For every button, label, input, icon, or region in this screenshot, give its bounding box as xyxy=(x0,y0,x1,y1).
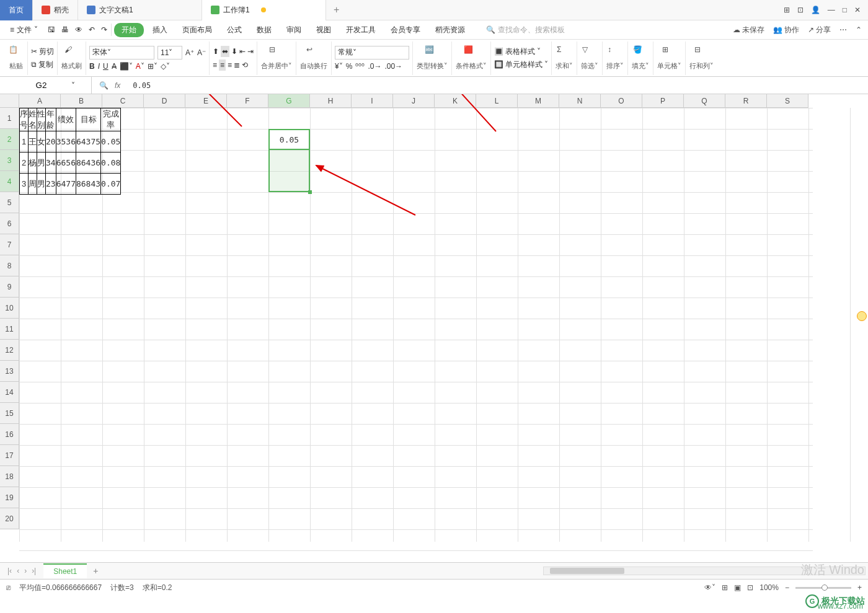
table-style-button[interactable]: 🔳 表格样式˅ xyxy=(494,46,548,57)
tab-add-button[interactable]: + xyxy=(326,4,347,15)
menu-insert[interactable]: 插入 xyxy=(146,22,174,38)
data-cell[interactable]: 3 xyxy=(20,174,29,195)
col-header-J[interactable]: J xyxy=(393,94,435,108)
cut-button[interactable]: ✂ 剪切 xyxy=(31,46,54,57)
more-icon[interactable]: ⋯ xyxy=(839,25,847,34)
col-header-A[interactable]: A xyxy=(19,94,61,108)
header-cell[interactable]: 姓名 xyxy=(29,108,37,131)
merge-center[interactable]: ⊟ 合并居中˅ xyxy=(257,42,296,75)
type-convert[interactable]: 🔤 类型转换˅ xyxy=(413,42,452,75)
row-header-17[interactable]: 17 xyxy=(0,445,19,466)
fill-color-button[interactable]: ⬛˅ xyxy=(120,62,133,71)
row-header-8[interactable]: 8 xyxy=(0,255,19,276)
fill-button[interactable]: 🪣填充˅ xyxy=(628,42,653,75)
paste-group[interactable]: 📋 粘贴 xyxy=(5,42,28,75)
col-header-N[interactable]: N xyxy=(559,94,601,108)
data-cell[interactable]: 0.08 xyxy=(101,152,121,174)
header-cell[interactable]: 序号 xyxy=(20,108,29,131)
format-painter[interactable]: 🖌 格式刷 xyxy=(58,42,86,75)
decrease-font-icon[interactable]: A⁻ xyxy=(197,48,206,57)
menu-daoke-res[interactable]: 稻壳资源 xyxy=(429,22,471,38)
fill-handle[interactable] xyxy=(308,190,312,194)
menu-formula[interactable]: 公式 xyxy=(221,22,248,38)
undo-icon[interactable]: ↶ xyxy=(89,25,95,34)
align-top-icon[interactable]: ⬆ xyxy=(213,47,219,56)
apps-icon[interactable]: ⊡ xyxy=(797,6,804,14)
zoom-in-button[interactable]: + xyxy=(857,583,862,592)
row-header-20[interactable]: 20 xyxy=(0,508,19,529)
col-header-R[interactable]: R xyxy=(725,94,767,108)
row-header-1[interactable]: 1 xyxy=(0,108,19,129)
sum-button[interactable]: Σ求和˅ xyxy=(552,42,577,75)
row-header-13[interactable]: 13 xyxy=(0,361,19,382)
number-format-selector[interactable]: 常规 ˅ xyxy=(335,46,409,60)
data-cell[interactable]: 杨 xyxy=(29,152,37,174)
header-cell[interactable]: 性别 xyxy=(37,108,46,131)
align-center-icon[interactable]: ≡ xyxy=(219,60,226,71)
row-header-7[interactable]: 7 xyxy=(0,234,19,255)
col-header-I[interactable]: I xyxy=(352,94,393,108)
menu-view[interactable]: 视图 xyxy=(310,22,337,38)
comma-icon[interactable]: ⁰⁰⁰ xyxy=(355,62,365,71)
menu-dev[interactable]: 开发工具 xyxy=(340,22,382,38)
tab-daoke[interactable]: 稻壳 xyxy=(33,0,78,20)
tab-doc1[interactable]: 文字文稿1 xyxy=(78,0,202,20)
row-header-11[interactable]: 11 xyxy=(0,319,19,340)
col-header-O[interactable]: O xyxy=(601,94,642,108)
col-header-M[interactable]: M xyxy=(518,94,559,108)
row-header-16[interactable]: 16 xyxy=(0,424,19,445)
row-header-18[interactable]: 18 xyxy=(0,466,19,487)
col-header-Q[interactable]: Q xyxy=(684,94,725,108)
align-bottom-icon[interactable]: ⬇ xyxy=(231,47,237,56)
close-button[interactable]: ✕ xyxy=(854,6,861,14)
row-header-3[interactable]: 3 xyxy=(0,150,19,171)
font-selector[interactable]: 宋体 ˅ xyxy=(89,46,154,60)
collapse-ribbon-icon[interactable]: ⌃ xyxy=(856,25,862,34)
data-cell[interactable]: 64375 xyxy=(76,131,100,152)
cell-style-button[interactable]: 🔲 单元格样式˅ xyxy=(494,60,548,70)
collaborate-button[interactable]: 👥 协作 xyxy=(773,25,799,35)
data-cell[interactable]: 0.05 xyxy=(101,131,121,152)
pagebreak-view-icon[interactable]: ⊡ xyxy=(747,583,753,592)
data-cell[interactable]: 1 xyxy=(20,131,29,152)
underline-button[interactable]: U xyxy=(103,62,108,71)
currency-icon[interactable]: ¥˅ xyxy=(335,62,343,71)
conditional-format[interactable]: 🟥 条件格式˅ xyxy=(452,42,491,75)
row-header-5[interactable]: 5 xyxy=(0,192,19,213)
data-cell[interactable]: 2 xyxy=(20,152,29,174)
col-header-F[interactable]: F xyxy=(227,94,268,108)
save-icon[interactable]: 🖫 xyxy=(48,25,55,34)
header-cell[interactable]: 完成率 xyxy=(101,108,121,131)
percent-icon[interactable]: % xyxy=(346,62,353,71)
increase-decimal-icon[interactable]: .0→ xyxy=(368,62,381,71)
align-middle-icon[interactable]: ⬌ xyxy=(221,46,229,57)
align-left-icon[interactable]: ≡ xyxy=(213,61,217,69)
tab-workbook1[interactable]: 工作簿1 xyxy=(202,0,326,20)
zoom-out-button[interactable]: − xyxy=(785,583,789,592)
minimize-button[interactable]: — xyxy=(828,6,835,14)
col-header-S[interactable]: S xyxy=(767,94,808,108)
data-cell[interactable]: 86436 xyxy=(76,152,100,174)
data-cell[interactable]: 3536 xyxy=(56,131,76,152)
decrease-decimal-icon[interactable]: .00→ xyxy=(384,62,402,71)
normal-view-icon[interactable]: ⊞ xyxy=(722,583,728,592)
row-header-14[interactable]: 14 xyxy=(0,382,19,403)
command-search[interactable]: 🔍 查找命令、搜索模板 xyxy=(486,25,565,35)
sheet-next-icon[interactable]: › xyxy=(24,567,27,575)
italic-button[interactable]: I xyxy=(98,62,100,71)
col-header-C[interactable]: C xyxy=(102,94,144,108)
data-cell[interactable]: 周 xyxy=(29,174,37,195)
add-sheet-button[interactable]: + xyxy=(87,566,104,576)
eye-icon[interactable]: 👁˅ xyxy=(704,583,715,592)
sheet-last-icon[interactable]: ›| xyxy=(32,567,36,575)
sheet-tab-1[interactable]: Sheet1 xyxy=(43,563,87,578)
row-header-19[interactable]: 19 xyxy=(0,487,19,508)
row-header-10[interactable]: 10 xyxy=(0,298,19,319)
data-cell[interactable]: 女 xyxy=(37,131,46,152)
col-header-P[interactable]: P xyxy=(642,94,684,108)
select-all-corner[interactable] xyxy=(0,94,19,108)
menu-member[interactable]: 会员专享 xyxy=(384,22,427,38)
page-view-icon[interactable]: ▣ xyxy=(734,583,741,592)
spreadsheet-grid[interactable]: ABCDEFGHIJKLMNOPQRS 12345678910111213141… xyxy=(0,94,868,562)
row-header-9[interactable]: 9 xyxy=(0,276,19,298)
